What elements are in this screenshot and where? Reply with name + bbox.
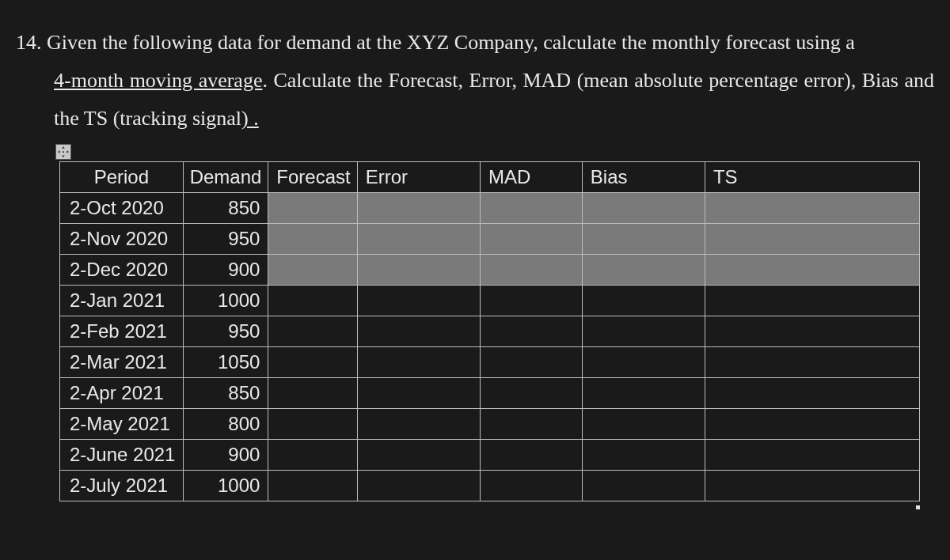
cell-error — [357, 255, 480, 286]
col-ts: TS — [705, 162, 919, 193]
cell-bias — [582, 440, 705, 471]
col-forecast: Forecast — [268, 162, 357, 193]
cell-ts — [705, 440, 919, 471]
cell-bias — [582, 378, 705, 409]
cell-ts — [705, 193, 919, 224]
cell-forecast — [268, 440, 357, 471]
cell-error — [357, 347, 480, 378]
cell-mad — [480, 471, 582, 501]
table-row: 2-Oct 2020850 — [60, 193, 920, 224]
cell-demand: 800 — [183, 409, 268, 440]
cell-ts — [705, 286, 919, 316]
question-text: 14. Given the following data for demand … — [16, 24, 934, 138]
table-row: 2-Dec 2020900 — [60, 255, 920, 286]
cell-ts — [705, 409, 919, 440]
cell-period: 2-Mar 2021 — [60, 347, 184, 378]
cell-forecast — [268, 409, 357, 440]
question-underlined-2: ) . — [241, 107, 259, 130]
cell-demand: 850 — [183, 193, 268, 224]
cell-forecast — [268, 286, 357, 316]
cell-demand: 1000 — [183, 471, 268, 501]
cell-demand: 900 — [183, 440, 268, 471]
cell-ts — [705, 471, 919, 501]
question-number: 14. — [16, 31, 42, 54]
col-bias: Bias — [582, 162, 705, 193]
cell-period: 2-Nov 2020 — [60, 224, 184, 255]
cell-error — [357, 471, 480, 501]
cell-mad — [480, 286, 582, 316]
cell-demand: 850 — [183, 378, 268, 409]
table-row: 2-July 20211000 — [60, 471, 920, 501]
cell-forecast — [268, 471, 357, 501]
cell-period: 2-July 2021 — [60, 471, 184, 501]
cell-bias — [582, 347, 705, 378]
cell-period: 2-Apr 2021 — [60, 378, 184, 409]
table-row: 2-May 2021800 — [60, 409, 920, 440]
cell-error — [357, 378, 480, 409]
cell-bias — [582, 224, 705, 255]
cell-mad — [480, 224, 582, 255]
data-table: PeriodDemandForecastErrorMADBiasTS2-Oct … — [59, 161, 920, 501]
cell-error — [357, 409, 480, 440]
question-underlined-1: 4-month moving average — [54, 69, 262, 92]
table-row: 2-Jan 20211000 — [60, 286, 920, 316]
cell-bias — [582, 471, 705, 501]
col-error: Error — [357, 162, 480, 193]
cell-mad — [480, 409, 582, 440]
cell-mad — [480, 347, 582, 378]
cell-mad — [480, 193, 582, 224]
table-row: 2-Nov 2020950 — [60, 224, 920, 255]
table-row: 2-Feb 2021950 — [60, 316, 920, 347]
cell-demand: 1050 — [183, 347, 268, 378]
cell-error — [357, 193, 480, 224]
cell-mad — [480, 378, 582, 409]
col-mad: MAD — [480, 162, 582, 193]
cell-bias — [582, 255, 705, 286]
cell-period: 2-May 2021 — [60, 409, 184, 440]
cell-period: 2-Oct 2020 — [60, 193, 184, 224]
table-row: 2-Mar 20211050 — [60, 347, 920, 378]
cell-error — [357, 286, 480, 316]
cell-ts — [705, 255, 919, 286]
cell-forecast — [268, 347, 357, 378]
cell-demand: 900 — [183, 255, 268, 286]
cell-error — [357, 440, 480, 471]
cell-ts — [705, 224, 919, 255]
move-handle-icon[interactable] — [55, 144, 71, 160]
cell-forecast — [268, 378, 357, 409]
cell-bias — [582, 409, 705, 440]
cell-forecast — [268, 255, 357, 286]
cell-forecast — [268, 224, 357, 255]
cell-mad — [480, 316, 582, 347]
resize-dot-icon[interactable] — [916, 505, 920, 509]
cell-bias — [582, 316, 705, 347]
cell-demand: 950 — [183, 316, 268, 347]
cell-error — [357, 316, 480, 347]
cell-demand: 950 — [183, 224, 268, 255]
cell-bias — [582, 193, 705, 224]
cell-period: 2-Feb 2021 — [60, 316, 184, 347]
question-body-1: Given the following data for demand at t… — [47, 31, 855, 54]
table-row: 2-June 2021900 — [60, 440, 920, 471]
cell-ts — [705, 316, 919, 347]
cell-mad — [480, 255, 582, 286]
cell-error — [357, 224, 480, 255]
data-table-container: PeriodDemandForecastErrorMADBiasTS2-Oct … — [59, 161, 920, 501]
col-period: Period — [60, 162, 184, 193]
cell-demand: 1000 — [183, 286, 268, 316]
table-row: 2-Apr 2021850 — [60, 378, 920, 409]
table-header-row: PeriodDemandForecastErrorMADBiasTS — [60, 162, 920, 193]
cell-period: 2-June 2021 — [60, 440, 184, 471]
cell-mad — [480, 440, 582, 471]
cell-period: 2-Jan 2021 — [60, 286, 184, 316]
cell-ts — [705, 378, 919, 409]
col-demand: Demand — [183, 162, 268, 193]
cell-forecast — [268, 193, 357, 224]
cell-bias — [582, 286, 705, 316]
cell-ts — [705, 347, 919, 378]
cell-forecast — [268, 316, 357, 347]
cell-period: 2-Dec 2020 — [60, 255, 184, 286]
